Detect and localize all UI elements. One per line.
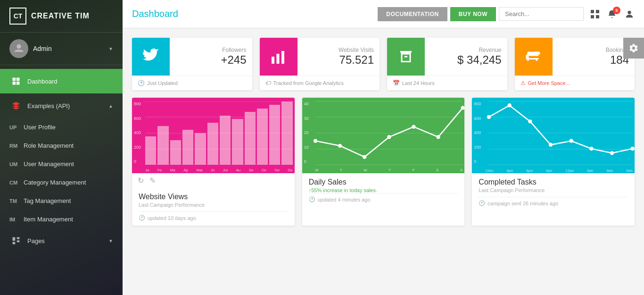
refresh-icon[interactable]: ↻ [138, 176, 144, 185]
updated-text: campaign sent 26 minutes ago [487, 201, 558, 206]
svg-rect-9 [591, 10, 594, 13]
clock-icon: 🕐 [479, 200, 485, 206]
svg-point-13 [627, 10, 631, 14]
sidebar-item-label: Role Management [24, 142, 113, 149]
nav-abbr: UM [9, 161, 24, 167]
stat-bottom: ⚠ Get More Space... [515, 76, 635, 90]
stat-card-followers: Followers +245 🕐 Just Updated [132, 38, 252, 90]
stat-label: Website Visits [339, 47, 374, 53]
stat-label: Revenue [479, 47, 501, 53]
nav-abbr: TM [9, 198, 24, 204]
stat-bottom-text: Just Updated [147, 80, 178, 86]
examples-icon [9, 99, 23, 112]
updated-text: updated 10 days ago [148, 215, 196, 221]
sidebar-item-pages[interactable]: Pages ▼ [0, 228, 123, 253]
stat-info-followers: Followers +245 [170, 38, 252, 76]
svg-point-46 [631, 147, 635, 151]
chart-x-labels: 12am8pm6pm9pm12pm8am6am9am [485, 169, 633, 172]
svg-rect-16 [281, 51, 284, 64]
grid-icon-button[interactable] [590, 9, 600, 19]
chart-updated: 🕐 campaign sent 26 minutes ago [479, 197, 628, 206]
brand-name: CREATIVE TIM [31, 12, 90, 20]
sidebar-item-label: Item Management [24, 216, 113, 223]
svg-rect-8 [13, 242, 16, 244]
warning-icon: ⚠ [520, 80, 526, 86]
svg-rect-1 [13, 78, 16, 81]
chart-area-line-green: 403020100 MTWTFSS [302, 98, 465, 173]
svg-point-44 [590, 147, 594, 151]
chart-card-completed-tasks: 8006004002000 12am8pm6pm9pm12pm8am6am9am [472, 98, 635, 226]
sidebar-item-label: User Profile [24, 124, 113, 131]
stat-info-revenue: Revenue $ 34,245 [425, 38, 507, 76]
dashboard-icon [9, 75, 23, 88]
svg-rect-15 [276, 54, 279, 64]
page-title: Dashboard [132, 8, 378, 19]
chart-x-labels: MTWTFSS [315, 168, 463, 172]
sidebar-item-tag-management[interactable]: TM Tag Management [0, 192, 123, 210]
chart-card-daily-sales: 403020100 MTWTFSS [302, 98, 465, 226]
calendar-icon: 📅 [393, 80, 400, 86]
chart-title: Completed Tasks [479, 178, 628, 186]
chart-area-bar: 8006004002000 JaFeMaApMaiJuJulAuSeOcNoDe [132, 98, 295, 173]
twitter-icon-box [132, 38, 170, 76]
sidebar-item-examples[interactable]: Examples (API) ▲ [0, 93, 123, 118]
stat-bottom-link[interactable]: Get More Space... [528, 80, 570, 86]
buy-now-button[interactable]: BUY NOW [450, 7, 496, 21]
pages-icon [9, 234, 23, 247]
sidebar-item-role-management[interactable]: RM Role Management [0, 136, 123, 155]
sidebar-item-label: Dashboard [27, 78, 113, 85]
stat-bottom: 📅 Last 24 Hours [387, 76, 507, 90]
svg-point-40 [508, 103, 512, 107]
svg-rect-2 [17, 78, 20, 81]
clock-icon: 🕐 [309, 196, 315, 202]
sidebar-item-user-management[interactable]: UM User Management [0, 155, 123, 173]
stat-card-revenue: Revenue $ 34,245 📅 Last 24 Hours [387, 38, 507, 90]
svg-point-32 [436, 135, 440, 139]
documentation-button[interactable]: DOCUMENTATION [378, 7, 447, 21]
user-chevron-icon: ▼ [108, 46, 113, 51]
svg-rect-14 [272, 57, 274, 64]
svg-rect-5 [13, 237, 16, 241]
svg-point-41 [528, 119, 532, 123]
sidebar-item-user-profile[interactable]: UP User Profile [0, 118, 123, 136]
stat-bottom-text: Last 24 Hours [402, 80, 434, 86]
svg-point-29 [363, 155, 366, 159]
header: Dashboard DOCUMENTATION BUY NOW 5 [123, 0, 644, 28]
search-input[interactable] [499, 7, 584, 21]
chart-subtitle: Last Campaign Performance [479, 187, 628, 193]
charts-row: 8006004002000 JaFeMaApMaiJuJulAuSeOcNoDe [132, 98, 635, 226]
sidebar-item-category-management[interactable]: CM Category Management [0, 173, 123, 192]
svg-rect-4 [17, 82, 20, 85]
chevron-down-icon: ▼ [108, 238, 113, 244]
chart-area-line-cyan: 8006004002000 12am8pm6pm9pm12pm8am6am9am [472, 98, 635, 173]
user-menu-button[interactable] [624, 9, 635, 19]
svg-point-45 [610, 151, 614, 155]
chart-subtitle-colored: ↑55% increase in today sales. [309, 187, 458, 193]
brand-initials: CT [9, 8, 26, 25]
notification-button[interactable]: 5 [607, 9, 617, 19]
notification-badge: 5 [613, 7, 620, 14]
user-section[interactable]: Admin ▼ [0, 33, 123, 65]
stat-info-bookings: Bookings 184 [553, 38, 635, 76]
stat-card-visits: Website Visits 75.521 🏷 Tracked from Goo… [260, 38, 380, 90]
stats-row: Followers +245 🕐 Just Updated Website Vi… [132, 38, 635, 90]
stat-value: $ 34,245 [457, 53, 501, 67]
settings-fab[interactable] [623, 38, 644, 59]
edit-icon[interactable]: ✎ [149, 176, 156, 185]
main: Dashboard DOCUMENTATION BUY NOW 5 [123, 0, 644, 295]
svg-rect-3 [13, 82, 16, 85]
chart-y-labels: 8006004002000 [134, 101, 141, 164]
sidebar-item-dashboard[interactable]: Dashboard [0, 69, 123, 93]
sidebar-item-label: User Management [24, 160, 113, 168]
nav-abbr: UP [9, 125, 24, 130]
stat-card-bookings: Bookings 184 ⚠ Get More Space... [515, 38, 635, 90]
chart-footer: Website Views Last Campaign Performance … [132, 188, 295, 226]
chart-updated: 🕐 updated 4 minutes ago [309, 193, 458, 202]
sidebar-item-item-management[interactable]: IM Item Management [0, 210, 123, 228]
sofa-icon-box [515, 38, 553, 76]
svg-rect-11 [591, 15, 594, 18]
chart-title: Website Views [139, 193, 288, 201]
stat-info-visits: Website Visits 75.521 [297, 38, 380, 76]
svg-point-0 [17, 44, 21, 49]
svg-point-27 [313, 139, 317, 143]
